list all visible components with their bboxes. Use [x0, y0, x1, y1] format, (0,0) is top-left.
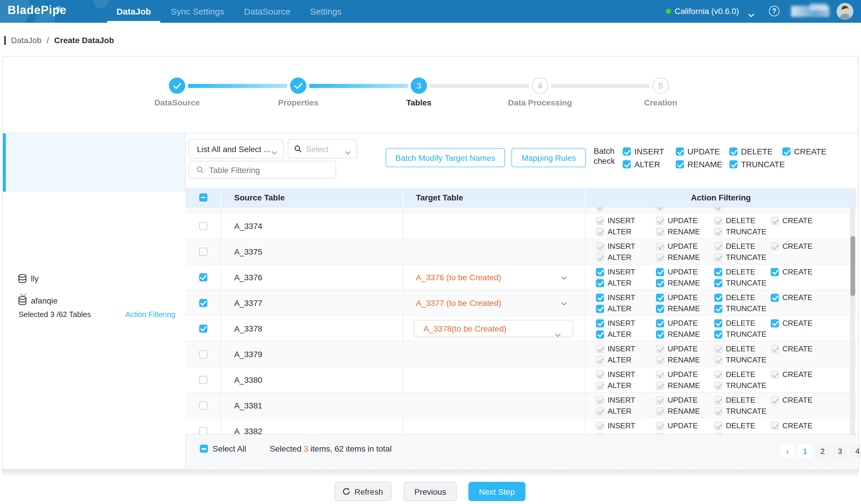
table-rows: A_3374INSERTUPDATEDELETECREATEALTERRENAM… — [185, 207, 856, 434]
action-checkbox-rename[interactable] — [656, 330, 664, 338]
action-label: UPDATE — [668, 268, 698, 276]
action-checkbox-create[interactable] — [771, 319, 779, 327]
action-checkbox-truncate[interactable] — [714, 304, 722, 313]
action-checkbox-insert — [596, 216, 604, 224]
action-filter-update: UPDATE — [656, 344, 698, 353]
select-all-header-checkbox[interactable] — [199, 193, 207, 201]
target-table-value[interactable]: A_3377 (to be Created) — [416, 298, 501, 307]
action-checkbox-rename[interactable] — [656, 304, 664, 313]
action-label: CREATE — [782, 344, 812, 353]
region-version-label[interactable]: California (v0.6.0) — [674, 6, 739, 16]
nav-tab-sync-settings[interactable]: Sync Settings — [171, 6, 224, 16]
action-filter-create: CREATE — [771, 293, 812, 302]
row-select-checkbox[interactable] — [199, 222, 207, 230]
action-filter-update: UPDATE — [656, 216, 698, 225]
page-button-4[interactable]: 4 — [850, 444, 861, 458]
row-select-checkbox[interactable] — [199, 273, 207, 281]
action-filtering-link[interactable]: Action Filtering — [125, 310, 175, 319]
scrollbar-thumb[interactable] — [850, 236, 855, 296]
row-select-checkbox[interactable] — [199, 401, 207, 409]
table-filter-box — [189, 161, 336, 179]
help-icon[interactable]: ? — [769, 6, 779, 16]
action-checkbox-delete[interactable] — [714, 319, 722, 327]
selection-summary-text: Selected 3 items, 62 items in total — [270, 444, 392, 453]
batch-check-truncate: TRUNCATE — [729, 160, 785, 169]
action-checkbox-update — [656, 242, 664, 250]
action-filter-truncate: TRUNCATE — [714, 253, 767, 262]
mapping-rules-button[interactable]: Mapping Rules — [511, 148, 586, 167]
action-label: DELETE — [726, 344, 755, 353]
batch-checkbox-insert[interactable] — [623, 147, 631, 155]
batch-checkbox-alter[interactable] — [623, 160, 631, 168]
action-checkbox-create[interactable] — [771, 294, 779, 301]
row-select-checkbox[interactable] — [199, 427, 207, 434]
batch-checkbox-truncate[interactable] — [729, 160, 738, 168]
username-redacted — [810, 3, 827, 11]
target-table-value[interactable]: A_3376 (to be Created) — [416, 272, 501, 282]
source-db-row: lly — [18, 274, 39, 283]
action-checkbox-alter[interactable] — [596, 279, 604, 287]
select-all-checkbox[interactable] — [200, 445, 208, 453]
action-label: INSERT — [607, 268, 635, 276]
refresh-button[interactable]: Refresh — [334, 482, 392, 501]
row-select-checkbox[interactable] — [199, 299, 207, 307]
action-checkbox-update[interactable] — [656, 294, 664, 301]
target-table-select[interactable]: A_3378(to be Created) — [414, 320, 573, 337]
batch-checkbox-update[interactable] — [676, 147, 684, 155]
action-checkbox-alter[interactable] — [596, 330, 604, 338]
list-mode-select[interactable]: List All and Select ... — [189, 139, 284, 159]
batch-checkbox-rename[interactable] — [676, 160, 684, 168]
batch-checkbox-delete[interactable] — [729, 147, 738, 155]
action-checkbox-insert[interactable] — [596, 294, 604, 301]
action-checkbox-alter — [596, 381, 604, 390]
action-checkbox-truncate[interactable] — [714, 279, 722, 287]
action-checkbox-insert[interactable] — [596, 319, 604, 327]
nav-tab-settings[interactable]: Settings — [310, 6, 341, 16]
row-select-checkbox[interactable] — [199, 350, 207, 358]
page-button-3[interactable]: 3 — [833, 444, 847, 458]
action-checkbox-alter[interactable] — [596, 304, 604, 313]
action-checkbox-delete — [714, 370, 722, 379]
action-label: RENAME — [668, 253, 700, 262]
page-button-2[interactable]: 2 — [816, 444, 830, 458]
action-filter-create: CREATE — [771, 242, 812, 250]
action-checkbox-truncate — [714, 253, 722, 261]
batch-check-alter: ALTER — [623, 160, 660, 169]
action-checkbox-delete[interactable] — [714, 294, 722, 301]
sidebar-selected-datasource[interactable]: lly afanqie Selected 3 /62 Tables Action… — [3, 133, 185, 192]
action-label: ALTER — [607, 407, 631, 416]
action-label: ALTER — [607, 253, 631, 262]
batch-checkbox-create[interactable] — [782, 147, 791, 155]
step-line-3 — [430, 84, 529, 88]
action-checkbox-update[interactable] — [656, 319, 664, 327]
action-checkbox-delete[interactable] — [714, 268, 722, 276]
batch-modify-target-names-button[interactable]: Batch Modify Target Names — [386, 148, 505, 167]
row-select-checkbox[interactable] — [199, 324, 207, 332]
action-checkbox-rename[interactable] — [656, 279, 664, 287]
prev-page-button[interactable]: ‹ — [781, 444, 795, 458]
column-select[interactable]: Select — [288, 139, 357, 159]
row-select-checkbox[interactable] — [199, 376, 207, 384]
action-filter-delete: DELETE — [714, 319, 755, 327]
row-select-checkbox[interactable] — [199, 247, 207, 256]
table-filter-input[interactable] — [208, 165, 327, 175]
previous-button[interactable]: Previous — [404, 482, 457, 501]
page-button-1[interactable]: 1 — [798, 444, 812, 458]
nav-tab-datajob[interactable]: DataJob — [117, 6, 151, 16]
breadcrumb-marker — [4, 36, 6, 45]
chevron-down-icon[interactable] — [561, 272, 568, 282]
next-step-button[interactable]: Next Step — [468, 482, 525, 501]
chevron-down-icon[interactable] — [561, 298, 568, 308]
avatar[interactable] — [836, 3, 853, 20]
action-label: ALTER — [607, 355, 631, 364]
app-logo[interactable]: BladePipe — [8, 3, 66, 17]
breadcrumb-parent[interactable]: DataJob — [11, 36, 41, 45]
action-checkbox-create[interactable] — [771, 268, 779, 276]
action-filter-delete: DELETE — [714, 396, 755, 404]
action-checkbox-insert[interactable] — [596, 268, 604, 276]
action-checkbox-update[interactable] — [656, 268, 664, 276]
chevron-down-icon[interactable] — [748, 9, 754, 20]
action-checkbox-create — [771, 396, 779, 404]
nav-tab-datasource[interactable]: DataSource — [244, 6, 290, 16]
action-checkbox-truncate[interactable] — [714, 330, 722, 338]
